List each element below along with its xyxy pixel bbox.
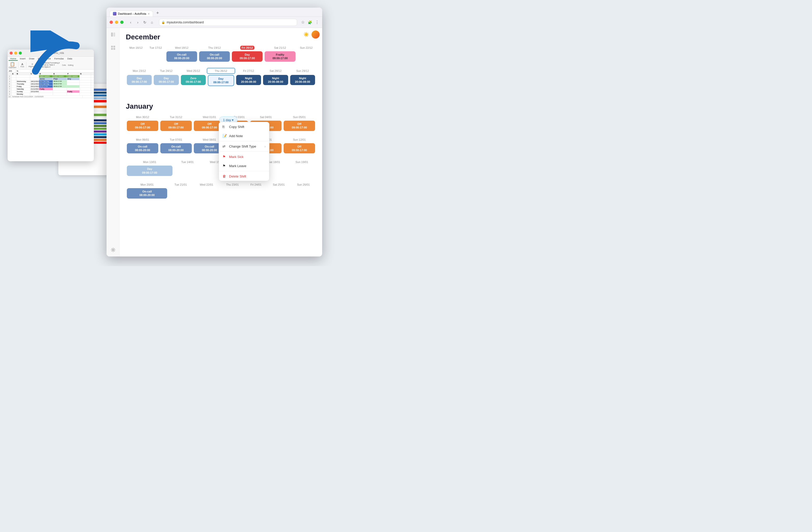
cal-header-mon-2001: Mon 20/01 [126,182,168,187]
sidebar-grid-icon[interactable] [110,44,117,51]
shift-pill-thu-1912[interactable]: On-call08:00-20:00 [199,51,230,62]
cal-header-sun-0501: Sun 05/01 [282,114,316,120]
flag-red-icon: ⚑ [222,155,227,159]
shift-pill-mon-2312[interactable]: Day09:00-17:00 [127,75,152,85]
cal-cell-mon-1301[interactable]: Day09:00-17:00 [126,165,174,177]
cal-cell-sun-2912[interactable]: Night20:00-08:00 [289,74,316,87]
shift-pill-fri-2712[interactable]: Night20:00-08:00 [236,75,261,85]
cal-cell-tue-2412[interactable]: Day09:00-17:00 [153,74,179,87]
context-menu-add-note[interactable]: 📝 Add Note [219,131,269,140]
browser-minimize-dot[interactable] [115,20,118,24]
shift-pill-sun-2912[interactable]: Night20:00-08:00 [290,75,315,85]
shift-pill-tue-2412[interactable]: Day09:00-17:00 [154,75,178,85]
shift-pill-sat-2112[interactable]: Frailty09:00-17:00 [264,51,295,62]
browser-tab-close-button[interactable]: ✕ [148,12,150,15]
cal-header-thu1: Thu 19/12 [198,45,231,50]
svg-rect-5 [111,48,113,50]
shift-pill-wed-2512[interactable]: Zero09:00-17:00 [181,75,206,85]
excel-maximize-dot[interactable] [19,52,22,55]
excel-cell-3f: Amy [67,78,79,80]
sidebar-settings-icon[interactable] [110,246,117,253]
cal-cell-mon-3012[interactable]: Off09:00-17:00 [126,120,159,132]
cal-cell-mon-0601[interactable]: On-call08:00-20:00 [126,142,159,155]
january-week4-header: Mon 20/01 Tue 21/01 Wed 22/01 Thu 23/01 … [126,182,316,187]
browser-forward-button[interactable]: › [135,19,141,25]
browser-sidebar [106,28,120,256]
context-menu-copy-shift[interactable]: ⎘ Copy Shift [219,122,269,131]
browser-menu-icon[interactable]: ⋮ [315,20,319,25]
shift-pill-fri-2012[interactable]: Day09:00-17:00 [232,51,263,62]
december-week2-row: Day09:00-17:00 Day09:00-17:00 Zero09:00-… [126,74,316,87]
cal-cell-fri-2712[interactable]: Night20:00-08:00 [235,74,262,87]
cal-header-mon1: Mon 16/12 [126,45,146,50]
cal-cell-sat-2501 [267,187,291,200]
cal-cell-sun-0501[interactable]: Off09:00-17:00 [282,120,316,132]
cal-cell-mon-2001[interactable]: On-call08:00-20:00 [126,187,168,200]
cal-cell-wed-2512[interactable]: Zero09:00-17:00 [180,74,207,87]
shift-pill-tue-0701[interactable]: On-call08:00-20:00 [160,143,192,154]
cal-cell-mon-2312[interactable]: Day09:00-17:00 [126,74,153,87]
cal-cell-sat-2112[interactable]: Frailty09:00-17:00 [264,50,296,63]
excel-cell-3a [12,78,16,80]
browser-reload-button[interactable]: ↻ [142,19,148,25]
browser-content: ☀️ December Mon 16/12 Tue 17/12 Wed 18/1… [106,28,322,256]
cal-header-sat1: Sat 21/12 [264,45,296,50]
shift-pill-mon-0601[interactable]: On-call08:00-20:00 [127,143,158,154]
cal-cell-wed-2201 [193,187,220,200]
excel-row-5: 5 Thursday 19/12/2024 On-Call Day 08:00-… [8,83,94,85]
new-tab-button[interactable]: + [154,10,161,16]
cal-header-sat2: Sat 28/12 [262,68,289,74]
user-avatar[interactable] [311,30,320,39]
browser-tab-title: Dashboard – AutoRota [118,12,146,15]
cal-cell-sat-2812[interactable]: Night20:00-08:00 [262,74,289,87]
browser-active-tab[interactable]: Dashboard – AutoRota ✕ [110,11,153,16]
shift-pill-sun-0501[interactable]: Off09:00-17:00 [284,121,315,131]
browser-addressbar[interactable]: 🔒 myautorota.com/dashboard [159,19,297,26]
excel-cell-3c [30,78,39,80]
context-menu-change-shift-type[interactable]: ⇄ Change Shift Type › [219,142,269,151]
bookmark-icon[interactable]: ☆ [301,20,305,25]
browser-home-button[interactable]: ⌂ [149,19,155,25]
cal-cell-thu-1912[interactable]: On-call08:00-20:00 [198,50,231,63]
shift-pill-thu-2612[interactable]: Day09:00-17:00 [208,75,234,86]
sidebar-toggle-icon[interactable] [110,31,117,38]
browser-maximize-dot[interactable] [120,20,124,24]
cal-cell-wed-1812[interactable]: On-call08:00-20:00 [165,50,198,63]
context-menu-mark-leave[interactable]: ⚑ Mark Leave [219,161,269,170]
cal-cell-fri-2012[interactable]: Day09:00-17:00 [231,50,264,63]
cal-cell-mon-1612 [126,50,146,63]
browser-back-button[interactable]: ‹ [128,19,134,25]
excel-grid: A B C D E F G 2 GERI WARD GERI WARD GERI… [8,73,94,98]
context-menu-mark-sick-label: Mark Sick [229,155,244,159]
cal-header-mon-3012: Mon 30/12 [126,114,159,120]
svg-point-7 [112,249,114,251]
december-section: December Mon 16/12 Tue 17/12 Wed 18/12 T… [126,33,316,87]
cal-cell-tue-1712 [146,50,165,63]
shift-pill-wed-1812[interactable]: On-call08:00-20:00 [166,51,197,62]
cal-cell-thu-2612[interactable]: Day09:00-17:00 [207,74,235,87]
cal-cell-tue-0701[interactable]: On-call08:00-20:00 [159,142,193,155]
excel-close-dot[interactable] [10,52,13,55]
flag-icon: ⚑ [222,164,227,168]
shift-pill-tue-3112[interactable]: Off09:00-17:00 [160,121,192,131]
shift-pill-sat-2812[interactable]: Night20:00-08:00 [263,75,288,85]
theme-toggle-icon[interactable]: ☀️ [303,32,309,37]
shift-pill-mon-1301[interactable]: Day09:00-17:00 [127,166,173,176]
svg-rect-4 [113,46,115,47]
svg-rect-1 [111,32,113,37]
extensions-icon[interactable]: 🧩 [308,20,312,24]
excel-tab-home[interactable]: Home [9,57,18,61]
shift-pill-mon-3012[interactable]: Off09:00-17:00 [127,121,158,131]
excel-tab-insert[interactable]: Insert [18,57,27,61]
context-menu-delete-shift[interactable]: 🗑 Delete Shift [219,172,269,181]
cal-cell-sun-1201[interactable]: Off09:00-17:00 [282,142,316,155]
trash-icon: 🗑 [222,174,227,178]
context-menu-mark-sick[interactable]: ⚑ Mark Sick [219,152,269,161]
cal-cell-tue-3112[interactable]: Off09:00-17:00 [159,120,193,132]
shift-pill-sun-1201[interactable]: Off09:00-17:00 [284,143,315,154]
shift-pill-mon-2001[interactable]: On-call08:00-20:00 [127,188,167,199]
excel-minimize-dot[interactable] [14,52,17,55]
browser-close-dot[interactable] [110,20,113,24]
cal-cell-sun-1901 [288,165,316,177]
context-menu-change-shift-type-label: Change Shift Type [229,144,256,148]
